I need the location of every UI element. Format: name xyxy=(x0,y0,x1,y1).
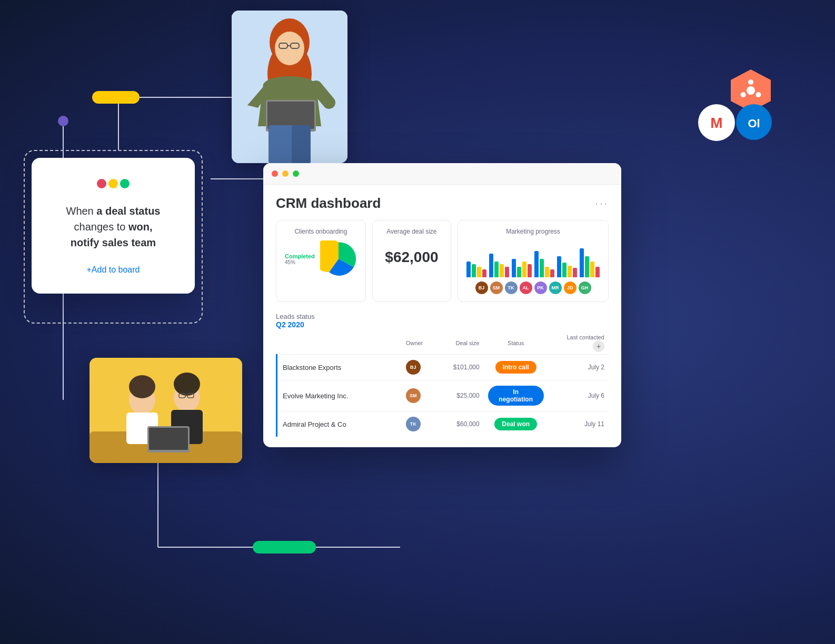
close-dot xyxy=(272,170,278,177)
pie-legend-percent: 45% xyxy=(285,259,315,265)
bar-segment xyxy=(472,264,476,277)
svg-rect-19 xyxy=(269,125,287,163)
logo-dot-yellow xyxy=(108,179,118,188)
deal-size-cell: $25,000 xyxy=(438,380,484,411)
company-cell: Blackstone Exports xyxy=(277,355,402,380)
owner-cell: TK xyxy=(402,411,438,437)
svg-point-12 xyxy=(275,32,304,65)
minimize-dot xyxy=(282,170,289,177)
add-to-board-link[interactable]: +Add to board xyxy=(87,265,140,274)
pie-chart xyxy=(320,240,357,277)
col-company xyxy=(277,332,402,355)
pie-legend-completed: Completed xyxy=(285,253,315,259)
window-titlebar xyxy=(263,163,621,185)
add-column-button[interactable]: + xyxy=(593,340,604,352)
crm-window: CRM dashboard ··· Clients onboarding Com… xyxy=(263,163,621,447)
date-cell: July 11 xyxy=(548,411,609,437)
woman-svg xyxy=(232,11,347,163)
owner-avatar: BJ xyxy=(406,360,421,375)
bar-segment xyxy=(590,261,594,277)
pie-container: Completed 45% xyxy=(285,240,357,277)
avg-deal-value: $62,000 xyxy=(381,240,442,274)
bar-segment xyxy=(522,261,526,277)
svg-point-24 xyxy=(129,375,155,398)
col-last-contacted: Last contacted + xyxy=(548,332,609,355)
status-cell: Deal won xyxy=(484,411,548,437)
yellow-pill-connector xyxy=(92,91,140,104)
col-deal-size: Deal size xyxy=(438,332,484,355)
bar-segment xyxy=(494,261,499,277)
bar-segment xyxy=(500,264,504,277)
clients-onboarding-label: Clients onboarding xyxy=(285,228,357,235)
marketing-bar-chart xyxy=(466,240,600,277)
maximize-dot xyxy=(293,170,299,177)
leads-header: Leads status Q2 2020 xyxy=(276,313,609,329)
company-cell: Evolve Marketing Inc. xyxy=(277,380,402,411)
crm-header: CRM dashboard ··· xyxy=(276,195,609,212)
avatars-row: BJ SM TK AL PK MR JD GH xyxy=(466,281,600,294)
clients-onboarding-card: Clients onboarding Completed 45% xyxy=(276,220,366,302)
bar-segment xyxy=(562,263,566,277)
automation-text: When a deal status changes to won, notif… xyxy=(51,203,176,250)
date-cell: July 6 xyxy=(548,380,609,411)
pie-legend-block: Completed 45% xyxy=(285,253,315,265)
purple-dot-connector xyxy=(58,116,68,126)
svg-rect-17 xyxy=(267,102,314,129)
avatar-5: PK xyxy=(534,281,547,294)
status-cell: Intro call xyxy=(484,355,548,380)
table-row: Blackstone Exports BJ $101,000 Intro cal… xyxy=(277,355,609,380)
crm-menu-dots[interactable]: ··· xyxy=(595,197,609,209)
status-badge: Intro call xyxy=(495,361,536,374)
bar-group xyxy=(512,259,532,277)
outlook-icon: Ol xyxy=(736,104,772,142)
integrations-area: M Ol xyxy=(703,68,788,153)
bar-group xyxy=(489,254,509,277)
status-badge: In negotiation xyxy=(488,386,544,406)
svg-line-39 xyxy=(754,93,756,94)
bar-segment xyxy=(466,261,471,277)
marketing-progress-card: Marketing progress BJ SM TK AL PK MR JD … xyxy=(458,220,609,302)
woman-figure-placeholder xyxy=(232,11,347,163)
leads-table: Owner Deal size Status Last contacted + … xyxy=(276,332,609,437)
svg-point-40 xyxy=(741,92,746,97)
bar-segment xyxy=(545,267,549,277)
svg-point-35 xyxy=(747,86,755,95)
leads-period: Q2 2020 xyxy=(276,320,609,329)
status-cell: In negotiation xyxy=(484,380,548,411)
col-status: Status xyxy=(484,332,548,355)
svg-rect-33 xyxy=(149,428,188,450)
bar-segment xyxy=(512,259,516,277)
owner-avatar: TK xyxy=(406,417,421,431)
bar-segment xyxy=(557,256,561,277)
bar-segment xyxy=(573,268,577,277)
bar-segment xyxy=(585,256,589,277)
bar-group xyxy=(557,256,577,277)
avatar-7: JD xyxy=(564,281,576,294)
col-owner: Owner xyxy=(402,332,438,355)
avatar-3: TK xyxy=(505,281,518,294)
monday-logo xyxy=(51,179,176,188)
svg-text:M: M xyxy=(710,115,722,131)
bar-segment xyxy=(517,267,521,277)
svg-line-41 xyxy=(746,93,748,94)
table-row: Admiral Project & Co TK $60,000 Deal won… xyxy=(277,411,609,437)
bar-segment xyxy=(595,267,600,277)
bar-segment xyxy=(568,266,572,277)
leads-tbody: Blackstone Exports BJ $101,000 Intro cal… xyxy=(277,355,609,437)
avatar-8: GH xyxy=(579,281,591,294)
bar-segment xyxy=(540,259,544,277)
deal-size-cell: $101,000 xyxy=(438,355,484,380)
svg-point-38 xyxy=(756,92,761,97)
deal-size-cell: $60,000 xyxy=(438,411,484,437)
stats-row: Clients onboarding Completed 45% xyxy=(276,220,609,302)
avatar-1: BJ xyxy=(475,281,488,294)
bar-segment xyxy=(534,251,539,277)
avatar-6: MR xyxy=(549,281,562,294)
team-svg xyxy=(90,358,242,463)
bar-segment xyxy=(482,269,486,277)
woman-photo xyxy=(232,11,347,163)
bar-group xyxy=(466,261,486,277)
bar-segment xyxy=(477,267,481,277)
average-deal-size-card: Average deal size $62,000 xyxy=(372,220,451,302)
automation-card: When a deal status changes to won, notif… xyxy=(32,158,195,294)
